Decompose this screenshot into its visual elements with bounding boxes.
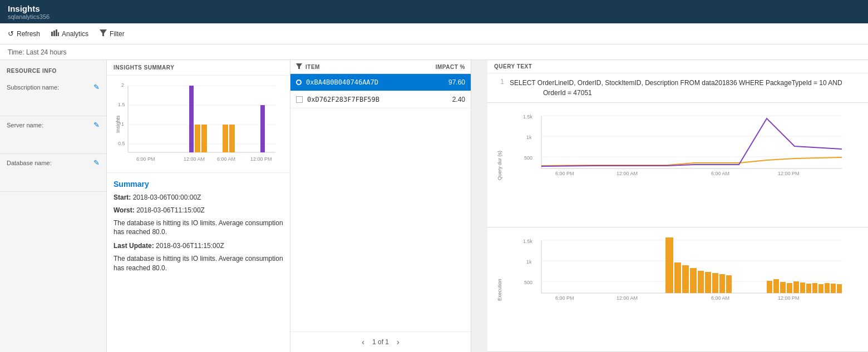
- subscription-edit-icon[interactable]: ✎: [93, 83, 100, 91]
- toolbar: ↺ Refresh Analytics Filter: [0, 23, 868, 44]
- svg-rect-51: [705, 272, 711, 293]
- time-bar: Time: Last 24 hours: [0, 44, 868, 60]
- items-row[interactable]: 0xD762F283F7FBF59B 2.40: [290, 91, 471, 108]
- insights-y-label: Insights: [115, 115, 121, 132]
- svg-rect-2: [56, 29, 57, 36]
- start-value: 2018-03-06T00:00:00Z: [133, 194, 201, 201]
- svg-rect-64: [825, 283, 830, 293]
- insights-chart: 2 1.5 1 0.5: [111, 80, 278, 166]
- query-panel: QUERY TEXT 1 SELECT OrderLineID, OrderID…: [487, 60, 868, 352]
- item-impact: 97.60: [421, 78, 465, 86]
- refresh-label: Refresh: [17, 30, 40, 38]
- analytics-icon: [51, 29, 59, 38]
- refresh-icon: ↺: [8, 29, 14, 38]
- summary-last-update: Last Update: 2018-03-06T11:15:00Z: [114, 241, 283, 251]
- svg-rect-59: [793, 281, 799, 293]
- svg-rect-50: [698, 271, 704, 293]
- svg-text:1k: 1k: [526, 259, 532, 265]
- pagination-label: 1 of 1: [372, 338, 389, 346]
- query-code: SELECT OrderLineID, OrderID, StockItemID…: [510, 78, 842, 98]
- svg-rect-46: [665, 237, 673, 293]
- items-pagination: ‹ 1 of 1 ›: [290, 331, 471, 352]
- time-label: Time: Last 24 hours: [8, 48, 67, 56]
- svg-rect-56: [773, 279, 779, 293]
- resource-info-title: RESOURCE INFO: [0, 66, 106, 78]
- filter-label: Filter: [110, 30, 125, 38]
- svg-rect-60: [800, 282, 805, 293]
- svg-text:12:00 AM: 12:00 AM: [184, 156, 205, 162]
- last-update-label: Last Update:: [114, 242, 154, 250]
- svg-text:6:00 AM: 6:00 AM: [711, 171, 729, 176]
- query-duration-chart-container: Query dur (s) 1.5k 1k 500: [487, 103, 868, 227]
- svg-text:1.5k: 1.5k: [523, 114, 533, 120]
- svg-rect-54: [726, 275, 732, 293]
- database-label: Database name:: [7, 160, 52, 166]
- query-duration-chart: 1.5k 1k 500 6:00 PM: [505, 107, 861, 180]
- filter-table-icon: [296, 63, 302, 70]
- col-impact-header: IMPACT %: [421, 64, 465, 70]
- svg-rect-57: [780, 282, 786, 293]
- filter-icon: [100, 29, 107, 38]
- summary-desc1: The database is hitting its IO limits. A…: [114, 219, 283, 237]
- last-update-value: 2018-03-06T11:15:00Z: [156, 242, 224, 250]
- svg-rect-16: [195, 125, 200, 152]
- server-edit-icon[interactable]: ✎: [93, 121, 100, 129]
- svg-rect-19: [229, 125, 235, 152]
- svg-text:12:00 AM: 12:00 AM: [617, 171, 638, 176]
- svg-rect-49: [690, 268, 697, 293]
- item-id: 0xD762F283F7FBF59B: [307, 96, 416, 103]
- execution-chart: 1.5k 1k 500: [505, 232, 861, 304]
- svg-rect-3: [58, 32, 59, 36]
- svg-rect-55: [767, 281, 772, 293]
- subscription-field: Subscription name: ✎: [0, 78, 106, 116]
- insights-panel: INSIGHTS SUMMARY 2 1.5 1 0.5: [107, 60, 290, 352]
- insights-summary-title: INSIGHTS SUMMARY: [107, 60, 290, 76]
- svg-text:12:00 PM: 12:00 PM: [250, 156, 272, 162]
- svg-text:6:00 AM: 6:00 AM: [711, 295, 729, 301]
- execution-y-label: Execution: [494, 232, 505, 348]
- svg-rect-1: [53, 31, 55, 36]
- query-line1: SELECT OrderLineID, OrderID, StockItemID…: [510, 78, 842, 88]
- analytics-button[interactable]: Analytics: [51, 29, 88, 38]
- main-content: RESOURCE INFO Subscription name: ✎ Serve…: [0, 60, 868, 352]
- svg-text:1k: 1k: [526, 135, 532, 140]
- svg-rect-58: [787, 283, 792, 293]
- svg-rect-47: [674, 262, 681, 293]
- svg-rect-62: [812, 283, 817, 293]
- resource-panel: RESOURCE INFO Subscription name: ✎ Serve…: [0, 60, 107, 352]
- worst-label: Worst:: [114, 206, 135, 214]
- item-id: 0xBA4B0B040746AA7D: [306, 78, 416, 86]
- pagination-prev-button[interactable]: ‹: [359, 336, 367, 348]
- svg-text:6:00 PM: 6:00 PM: [555, 295, 574, 301]
- svg-rect-20: [260, 105, 265, 152]
- svg-text:12:00 AM: 12:00 AM: [617, 295, 638, 301]
- execution-chart-container: Execution 1.5k 1k 500: [487, 227, 868, 352]
- summary-desc2: The database is hitting its IO limits. A…: [114, 254, 283, 273]
- app-header: Insights sqlanalytics356: [0, 0, 868, 23]
- svg-text:500: 500: [524, 280, 532, 285]
- svg-rect-66: [837, 284, 842, 293]
- svg-text:12:00 PM: 12:00 PM: [778, 171, 800, 176]
- svg-rect-61: [806, 284, 811, 293]
- refresh-button[interactable]: ↺ Refresh: [8, 29, 40, 38]
- database-edit-icon[interactable]: ✎: [93, 158, 100, 167]
- filter-button[interactable]: Filter: [100, 29, 125, 38]
- items-table-header: ITEM IMPACT %: [290, 60, 471, 74]
- app-title: Insights: [8, 4, 860, 13]
- svg-marker-25: [296, 63, 302, 69]
- query-line2: OrderId = 47051: [510, 88, 842, 98]
- pagination-next-button[interactable]: ›: [394, 336, 402, 348]
- query-text-box: QUERY TEXT 1 SELECT OrderLineID, OrderID…: [487, 60, 868, 103]
- svg-rect-17: [201, 125, 207, 152]
- query-line-number: 1: [494, 78, 510, 98]
- svg-rect-53: [719, 274, 725, 293]
- svg-rect-63: [818, 284, 823, 293]
- summary-worst: Worst: 2018-03-06T11:15:00Z: [114, 206, 283, 215]
- start-label: Start:: [114, 194, 131, 201]
- svg-rect-48: [682, 265, 689, 293]
- charts-area: Query dur (s) 1.5k 1k 500: [487, 103, 868, 352]
- svg-text:6:00 AM: 6:00 AM: [217, 156, 235, 162]
- items-row[interactable]: 0xBA4B0B040746AA7D 97.60: [290, 74, 471, 91]
- svg-text:0.5: 0.5: [118, 141, 125, 146]
- svg-text:6:00 PM: 6:00 PM: [555, 171, 574, 176]
